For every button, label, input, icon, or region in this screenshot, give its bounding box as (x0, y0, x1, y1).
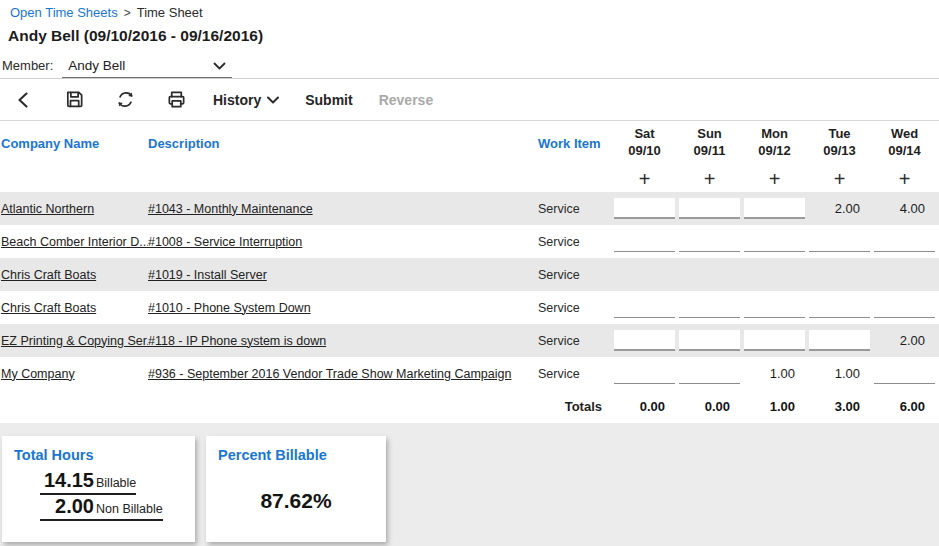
hour-input[interactable] (744, 231, 805, 252)
column-header-description[interactable]: Description (148, 136, 530, 151)
company-link[interactable]: My Company (0, 357, 148, 390)
billable-hours-label: Billable (96, 476, 136, 490)
hour-input[interactable] (679, 198, 740, 219)
total-hours-value: 6.00 (872, 399, 937, 414)
table-row: My Company#936 - September 2016 Vendor T… (0, 357, 939, 390)
description-link[interactable]: #1019 - Install Server (148, 258, 530, 291)
hour-cell (742, 291, 807, 324)
hour-cell (742, 225, 807, 258)
hour-input[interactable] (744, 297, 805, 318)
table-row: Chris Craft Boats#1010 - Phone System Do… (0, 291, 939, 324)
description-link[interactable]: #1008 - Service Interruption (148, 225, 530, 258)
hour-cell (612, 192, 677, 225)
table-row: EZ Printing & Copying Ser...#118 - IP Ph… (0, 324, 939, 357)
add-time-entry-button[interactable]: + (872, 169, 937, 189)
hour-input[interactable] (874, 231, 935, 252)
back-button[interactable] (10, 86, 38, 114)
company-link[interactable]: EZ Printing & Copying Ser... (0, 324, 148, 357)
description-link[interactable]: #936 - September 2016 Vendor Trade Show … (148, 357, 530, 390)
description-link[interactable]: #118 - IP Phone system is down (148, 324, 530, 357)
circular-arrows-icon (115, 89, 136, 110)
hour-input[interactable] (614, 231, 675, 252)
column-header-work-item[interactable]: Work Item (530, 136, 612, 151)
date-column-header: Sun09/11 (677, 126, 742, 160)
breadcrumb-current: Time Sheet (137, 5, 203, 20)
add-time-entry-button[interactable]: + (677, 169, 742, 189)
hour-input[interactable] (679, 363, 740, 384)
totals-label: Totals (530, 399, 612, 414)
work-item-label: Service (530, 192, 612, 225)
hour-input[interactable] (614, 330, 675, 351)
empty-hour-cell (872, 258, 937, 291)
hour-cell (807, 225, 872, 258)
work-item-label: Service (530, 225, 612, 258)
description-link[interactable]: #1043 - Monthly Maintenance (148, 192, 530, 225)
hour-input[interactable] (614, 297, 675, 318)
percent-billable-value: 87.62% (218, 489, 374, 513)
hour-input[interactable] (679, 330, 740, 351)
table-row: Chris Craft Boats#1019 - Install ServerS… (0, 258, 939, 291)
hour-cell (872, 357, 937, 390)
submit-button[interactable]: Submit (305, 92, 352, 108)
hour-cell (742, 324, 807, 357)
page-title: Andy Bell (09/10/2016 - 09/16/2016) (0, 20, 939, 45)
hour-input[interactable] (874, 363, 935, 384)
hour-input[interactable] (744, 198, 805, 219)
floppy-disk-icon (64, 89, 85, 110)
company-link[interactable]: Chris Craft Boats (0, 291, 148, 324)
company-link[interactable]: Atlantic Northern (0, 192, 148, 225)
empty-hour-cell (612, 258, 677, 291)
toolbar: History Submit Reverse (0, 79, 939, 121)
date-date: 09/12 (742, 143, 807, 160)
add-time-entry-button[interactable]: + (612, 169, 677, 189)
description-link[interactable]: #1010 - Phone System Down (148, 291, 530, 324)
hour-cell (612, 324, 677, 357)
work-item-label: Service (530, 324, 612, 357)
hour-input[interactable] (679, 297, 740, 318)
work-item-label: Service (530, 291, 612, 324)
hour-cell (807, 324, 872, 357)
history-dropdown-button[interactable]: History (213, 92, 279, 108)
hour-input[interactable] (809, 330, 870, 351)
date-column-header: Tue09/13 (807, 126, 872, 160)
total-hours-value: 0.00 (677, 399, 742, 414)
chevron-left-icon (14, 90, 34, 110)
hour-cell (677, 357, 742, 390)
add-entry-row: +++++ (0, 165, 939, 192)
printer-icon (166, 89, 187, 110)
chevron-down-icon (213, 62, 226, 70)
company-link[interactable]: Chris Craft Boats (0, 258, 148, 291)
hour-input[interactable] (744, 330, 805, 351)
member-label: Member: (2, 58, 53, 78)
percent-billable-card: Percent Billable 87.62% (206, 436, 386, 542)
hour-input[interactable] (614, 198, 675, 219)
hour-input[interactable] (614, 363, 675, 384)
table-row: Beach Comber Interior D...#1008 - Servic… (0, 225, 939, 258)
date-date: 09/11 (677, 143, 742, 160)
member-dropdown[interactable]: Andy Bell (62, 56, 232, 78)
hour-input[interactable] (679, 231, 740, 252)
print-button[interactable] (162, 85, 191, 114)
hour-cell (677, 291, 742, 324)
non-billable-hours-link[interactable]: 2.00 Non Billable (40, 495, 163, 521)
company-link[interactable]: Beach Comber Interior D... (0, 225, 148, 258)
save-button[interactable] (60, 85, 89, 114)
total-hours-value: 3.00 (807, 399, 872, 414)
column-header-company-name[interactable]: Company Name (0, 136, 148, 151)
hour-input[interactable] (809, 297, 870, 318)
hour-input[interactable] (809, 231, 870, 252)
total-hours-value: 1.00 (742, 399, 807, 414)
hour-value: 1.00 (807, 357, 872, 390)
empty-hour-cell (677, 258, 742, 291)
billable-hours-link[interactable]: 14.15 Billable (40, 469, 136, 495)
hour-input[interactable] (874, 297, 935, 318)
non-billable-hours-value: 2.00 (40, 495, 94, 518)
add-time-entry-button[interactable]: + (807, 169, 872, 189)
hour-cell (677, 192, 742, 225)
total-hours-value: 0.00 (612, 399, 677, 414)
page-header: Open Time Sheets > Time Sheet Andy Bell … (0, 0, 939, 78)
breadcrumb-open-time-sheets-link[interactable]: Open Time Sheets (10, 5, 118, 20)
hour-value: 1.00 (742, 357, 807, 390)
add-time-entry-button[interactable]: + (742, 169, 807, 189)
refresh-button[interactable] (111, 85, 140, 114)
